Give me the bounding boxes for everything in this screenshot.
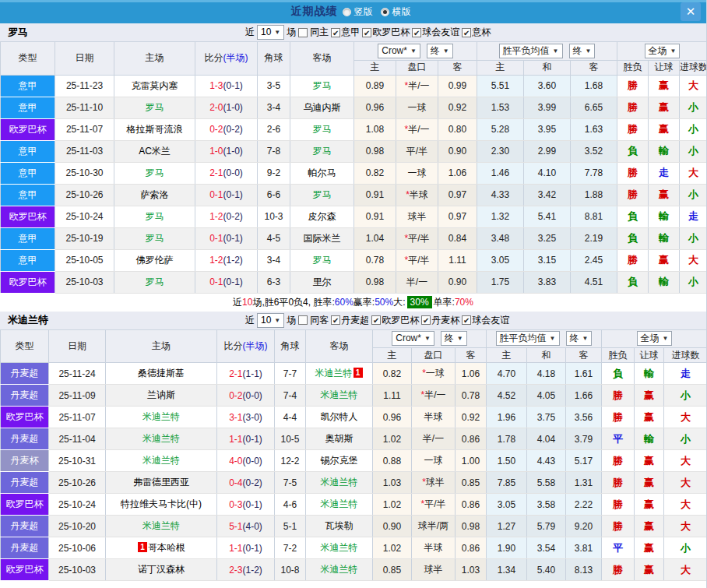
team-name[interactable]: 米迪兰特 <box>321 542 358 553</box>
match-row: 欧罗巴杯25-11-07格拉斯哥流浪0-2(0-2)2-6罗马1.08*半/一0… <box>1 118 707 140</box>
match-count-select[interactable]: 10▼ <box>257 313 284 328</box>
league-filter: 欧罗巴杯 <box>362 26 410 39</box>
handicap-line: *半/一 <box>412 385 456 407</box>
odds-company-select[interactable]: Crow*▼ <box>378 44 420 58</box>
league-label[interactable]: 丹麦超 <box>341 314 369 327</box>
team-name[interactable]: 特拉维夫马卡比(中) <box>121 498 202 509</box>
odds-company-select[interactable]: Crow*▼ <box>392 331 434 346</box>
radio-vertical[interactable] <box>343 8 351 16</box>
team-name[interactable]: 米迪兰特 <box>142 433 180 444</box>
avg-away-odds: 2.19 <box>571 227 617 249</box>
team-name[interactable]: 里尔 <box>313 276 332 287</box>
avg-time-select[interactable]: 终▼ <box>566 331 593 346</box>
radio-horizontal[interactable] <box>381 8 389 16</box>
same-venue-checkbox[interactable] <box>298 28 308 37</box>
scope-select[interactable]: 全场▼ <box>637 331 673 346</box>
league-checkbox[interactable] <box>362 28 371 37</box>
team-name[interactable]: 米迪兰特 <box>315 368 353 379</box>
team-name[interactable]: 罗马 <box>146 167 164 178</box>
radio-vertical-label[interactable]: 竖版 <box>354 5 373 19</box>
scope-select[interactable]: 全场▼ <box>645 44 681 58</box>
radio-horizontal-label[interactable]: 横版 <box>392 5 411 19</box>
team-name[interactable]: 乌迪内斯 <box>304 102 341 113</box>
team-name[interactable]: 皮尔森 <box>308 211 336 222</box>
team-name[interactable]: 米迪兰特 <box>321 564 358 575</box>
team-name[interactable]: 米迪兰特 <box>142 520 180 531</box>
result-winloss: 負 <box>617 271 649 293</box>
team-name[interactable]: 米迪兰特 <box>321 389 358 400</box>
team-name[interactable]: 罗马 <box>313 255 332 266</box>
league-checkbox[interactable] <box>462 28 471 37</box>
same-venue-label[interactable]: 同客 <box>310 314 329 327</box>
summary-segment: 60% <box>335 297 354 308</box>
team-name[interactable]: 奥胡斯 <box>325 433 354 444</box>
close-button[interactable]: ✕ <box>681 2 701 21</box>
league-label[interactable]: 欧罗巴杯 <box>372 26 410 39</box>
same-venue-checkbox[interactable] <box>298 315 308 325</box>
match-type-badge: 意甲 <box>1 184 55 206</box>
team-name[interactable]: 格拉斯哥流浪 <box>127 124 183 135</box>
match-count-select[interactable]: 10▼ <box>257 25 284 40</box>
team-name[interactable]: 瓦埃勒 <box>325 520 354 531</box>
league-label[interactable]: 丹麦杯 <box>431 314 459 327</box>
avg-type-select[interactable]: 胜平负均值▼ <box>496 331 560 346</box>
fulltime-score: 0-3 <box>229 499 242 510</box>
league-checkbox[interactable] <box>331 28 340 37</box>
away-odds: 0.86 <box>456 428 487 450</box>
handicap-line: *平/半 <box>412 494 456 516</box>
team-name[interactable]: 米迪兰特 <box>142 455 180 466</box>
team-name[interactable]: 哥本哈根 <box>148 542 185 553</box>
away-odds: 0.92 <box>438 97 477 118</box>
team-name[interactable]: 罗马 <box>313 146 332 157</box>
team-name[interactable]: 锡尔克堡 <box>321 455 358 466</box>
avg-away-odds: 9.20 <box>566 516 602 537</box>
league-checkbox[interactable] <box>331 315 340 325</box>
league-checkbox[interactable] <box>371 315 381 325</box>
team-name[interactable]: 兰讷斯 <box>147 389 175 400</box>
odds-time-select[interactable]: 终▼ <box>427 44 453 58</box>
team-name[interactable]: 米迪兰特 <box>321 498 358 509</box>
match-score: 1-1(0-1) <box>217 428 275 450</box>
league-label[interactable]: 意杯 <box>472 26 491 39</box>
team-name[interactable]: 米迪兰特 <box>321 477 358 488</box>
league-filter: 球会友谊 <box>412 26 459 39</box>
avg-away-odds: 1.61 <box>566 363 602 385</box>
team-name[interactable]: 诺丁汉森林 <box>138 564 185 575</box>
team-name[interactable]: 萨索洛 <box>141 189 169 200</box>
team-name[interactable]: 罗马 <box>146 102 164 113</box>
team-name[interactable]: 凯尔特人 <box>321 411 358 422</box>
team-name[interactable]: 帕尔马 <box>308 167 336 178</box>
team-name[interactable]: 国际米兰 <box>304 233 341 244</box>
away-odds: 1.06 <box>456 363 487 385</box>
fulltime-score: 1-1 <box>229 543 242 554</box>
league-checkbox[interactable] <box>462 315 471 325</box>
avg-time-select[interactable]: 终▼ <box>569 44 596 58</box>
col-corner: 角球 <box>258 42 290 75</box>
handicap-line: 一球 <box>396 162 438 184</box>
team-name[interactable]: 罗马 <box>313 189 332 200</box>
team-name[interactable]: 桑德捷斯基 <box>138 368 185 379</box>
team-name[interactable]: 克雷莫内塞 <box>132 80 178 91</box>
team-name[interactable]: 罗马 <box>313 80 332 91</box>
avg-away-odds: 1.63 <box>571 118 617 140</box>
same-venue-label[interactable]: 同主 <box>310 26 329 39</box>
league-checkbox[interactable] <box>412 28 421 37</box>
team-name[interactable]: 罗马 <box>146 233 164 244</box>
odds-time-select[interactable]: 终▼ <box>441 331 467 346</box>
corner-count: 2-6 <box>258 118 290 140</box>
avg-type-select[interactable]: 胜平负均值▼ <box>499 44 563 58</box>
team-name[interactable]: 罗马 <box>146 211 164 222</box>
league-label[interactable]: 球会友谊 <box>422 26 459 39</box>
team-name[interactable]: 罗马 <box>146 276 164 287</box>
league-label[interactable]: 欧罗巴杯 <box>382 314 419 327</box>
team-name[interactable]: 佛罗伦萨 <box>136 255 174 266</box>
team-name[interactable]: AC米兰 <box>139 146 171 157</box>
team-name[interactable]: 罗马 <box>313 124 332 135</box>
league-label[interactable]: 意甲 <box>341 26 360 39</box>
match-score: 0-4(0-2) <box>217 472 275 494</box>
team-name[interactable]: 米迪兰特 <box>142 411 180 422</box>
team-name[interactable]: 弗雷德里西亚 <box>133 477 189 488</box>
league-label[interactable]: 球会友谊 <box>472 314 509 327</box>
star-marker: * <box>420 498 424 509</box>
league-checkbox[interactable] <box>421 315 431 325</box>
